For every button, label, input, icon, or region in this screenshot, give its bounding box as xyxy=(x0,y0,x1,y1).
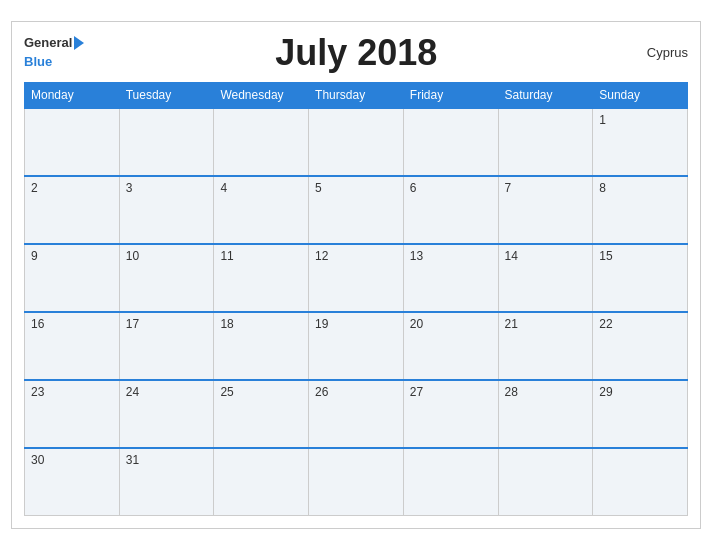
day-cell-20: 20 xyxy=(403,312,498,380)
day-cell-22: 22 xyxy=(593,312,688,380)
weekday-header-sunday: Sunday xyxy=(593,82,688,108)
day-number: 4 xyxy=(220,181,302,195)
empty-cell xyxy=(309,448,404,516)
week-row-5: 23242526272829 xyxy=(25,380,688,448)
weekday-header-friday: Friday xyxy=(403,82,498,108)
day-number: 19 xyxy=(315,317,397,331)
empty-cell xyxy=(25,108,120,176)
week-row-3: 9101112131415 xyxy=(25,244,688,312)
day-cell-18: 18 xyxy=(214,312,309,380)
day-number: 12 xyxy=(315,249,397,263)
day-number: 22 xyxy=(599,317,681,331)
empty-cell xyxy=(593,448,688,516)
day-cell-21: 21 xyxy=(498,312,593,380)
logo: General Blue xyxy=(24,35,84,70)
calendar-title: July 2018 xyxy=(84,32,628,74)
day-number: 23 xyxy=(31,385,113,399)
empty-cell xyxy=(498,108,593,176)
weekday-header-saturday: Saturday xyxy=(498,82,593,108)
empty-cell xyxy=(214,108,309,176)
day-number: 24 xyxy=(126,385,208,399)
day-number: 21 xyxy=(505,317,587,331)
country-name: Cyprus xyxy=(628,45,688,60)
day-number: 18 xyxy=(220,317,302,331)
day-cell-1: 1 xyxy=(593,108,688,176)
day-number: 5 xyxy=(315,181,397,195)
day-cell-31: 31 xyxy=(119,448,214,516)
day-cell-19: 19 xyxy=(309,312,404,380)
day-number: 14 xyxy=(505,249,587,263)
logo-blue-text: Blue xyxy=(24,54,52,69)
day-cell-9: 9 xyxy=(25,244,120,312)
day-number: 15 xyxy=(599,249,681,263)
day-cell-23: 23 xyxy=(25,380,120,448)
day-number: 29 xyxy=(599,385,681,399)
empty-cell xyxy=(498,448,593,516)
day-cell-16: 16 xyxy=(25,312,120,380)
day-number: 16 xyxy=(31,317,113,331)
day-number: 2 xyxy=(31,181,113,195)
logo-general-text: General xyxy=(24,35,72,51)
weekday-header-thursday: Thursday xyxy=(309,82,404,108)
day-number: 28 xyxy=(505,385,587,399)
day-cell-15: 15 xyxy=(593,244,688,312)
day-cell-2: 2 xyxy=(25,176,120,244)
day-cell-26: 26 xyxy=(309,380,404,448)
calendar-container: General Blue July 2018 Cyprus MondayTues… xyxy=(11,21,701,530)
day-cell-28: 28 xyxy=(498,380,593,448)
week-row-1: 1 xyxy=(25,108,688,176)
week-row-4: 16171819202122 xyxy=(25,312,688,380)
day-number: 25 xyxy=(220,385,302,399)
logo-bottom: Blue xyxy=(24,51,52,70)
day-cell-5: 5 xyxy=(309,176,404,244)
day-cell-3: 3 xyxy=(119,176,214,244)
day-number: 3 xyxy=(126,181,208,195)
day-number: 6 xyxy=(410,181,492,195)
calendar-header: General Blue July 2018 Cyprus xyxy=(24,32,688,74)
day-cell-11: 11 xyxy=(214,244,309,312)
day-cell-14: 14 xyxy=(498,244,593,312)
day-cell-17: 17 xyxy=(119,312,214,380)
day-cell-6: 6 xyxy=(403,176,498,244)
day-number: 10 xyxy=(126,249,208,263)
weekday-header-monday: Monday xyxy=(25,82,120,108)
day-number: 26 xyxy=(315,385,397,399)
empty-cell xyxy=(403,108,498,176)
calendar-table: MondayTuesdayWednesdayThursdayFridaySatu… xyxy=(24,82,688,517)
logo-pennant-icon xyxy=(74,36,84,50)
day-cell-10: 10 xyxy=(119,244,214,312)
day-number: 17 xyxy=(126,317,208,331)
empty-cell xyxy=(214,448,309,516)
day-cell-27: 27 xyxy=(403,380,498,448)
day-cell-24: 24 xyxy=(119,380,214,448)
weekday-header-wednesday: Wednesday xyxy=(214,82,309,108)
day-cell-7: 7 xyxy=(498,176,593,244)
day-number: 31 xyxy=(126,453,208,467)
weekday-header-row: MondayTuesdayWednesdayThursdayFridaySatu… xyxy=(25,82,688,108)
day-number: 8 xyxy=(599,181,681,195)
week-row-2: 2345678 xyxy=(25,176,688,244)
day-cell-4: 4 xyxy=(214,176,309,244)
day-number: 20 xyxy=(410,317,492,331)
empty-cell xyxy=(119,108,214,176)
logo-top: General xyxy=(24,35,84,51)
day-cell-25: 25 xyxy=(214,380,309,448)
day-cell-12: 12 xyxy=(309,244,404,312)
day-number: 11 xyxy=(220,249,302,263)
empty-cell xyxy=(403,448,498,516)
day-cell-29: 29 xyxy=(593,380,688,448)
day-number: 7 xyxy=(505,181,587,195)
week-row-6: 3031 xyxy=(25,448,688,516)
day-number: 27 xyxy=(410,385,492,399)
day-cell-13: 13 xyxy=(403,244,498,312)
day-number: 30 xyxy=(31,453,113,467)
empty-cell xyxy=(309,108,404,176)
day-cell-30: 30 xyxy=(25,448,120,516)
day-number: 9 xyxy=(31,249,113,263)
day-number: 1 xyxy=(599,113,681,127)
weekday-header-tuesday: Tuesday xyxy=(119,82,214,108)
day-number: 13 xyxy=(410,249,492,263)
day-cell-8: 8 xyxy=(593,176,688,244)
